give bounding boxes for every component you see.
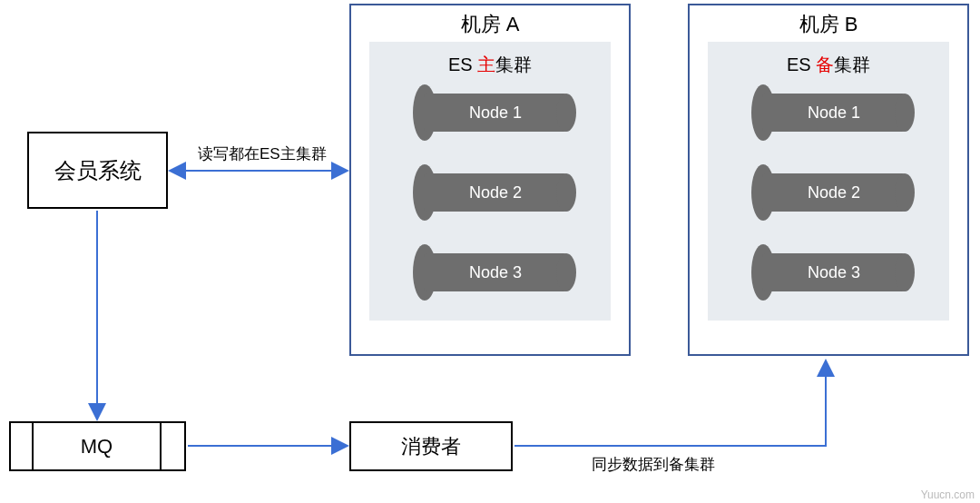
mq-segment-right [162, 423, 184, 469]
cluster-b-node: Node 2 [751, 164, 906, 221]
cluster-b-prefix: ES [787, 54, 816, 74]
label-read-write: 读写都在ES主集群 [198, 143, 327, 164]
cylinder-cap-icon [895, 173, 915, 212]
cluster-b-node: Node 1 [751, 84, 906, 141]
cluster-a-accent: 主 [477, 54, 495, 74]
cluster-a-prefix: ES [448, 54, 477, 74]
cylinder-cap-icon [556, 253, 576, 291]
cylinder-cap-icon [895, 253, 915, 291]
member-system-box: 会员系统 [27, 132, 168, 209]
cluster-b-node-label: Node 1 [762, 94, 906, 132]
arrow-consumer-to-cluster-b [514, 360, 826, 446]
cylinder-cap-icon [895, 94, 915, 132]
datacenter-a-title: 机房 A [351, 5, 629, 42]
cluster-b-title: ES 备集群 [719, 49, 938, 84]
cylinder-cap-icon [556, 94, 576, 132]
cluster-a-node: Node 3 [413, 244, 567, 301]
datacenter-b-title: 机房 B [690, 5, 967, 42]
cluster-a-node: Node 1 [413, 84, 567, 141]
watermark: Yuucn.com [921, 488, 975, 501]
cluster-a-suffix: 集群 [495, 54, 532, 74]
cluster-b-accent: 备 [816, 54, 834, 74]
cluster-a: ES 主集群 Node 1 Node 2 Node 3 [369, 42, 611, 321]
mq-label: MQ [34, 423, 162, 469]
consumer-label: 消费者 [401, 433, 461, 460]
cluster-b: ES 备集群 Node 1 Node 2 Node 3 [708, 42, 949, 321]
cluster-a-node-label: Node 3 [424, 253, 567, 291]
cluster-a-title: ES 主集群 [380, 49, 600, 84]
cluster-a-node-label: Node 2 [424, 173, 567, 212]
datacenter-a-box: 机房 A ES 主集群 Node 1 Node 2 Node 3 [349, 4, 631, 356]
cluster-b-node: Node 3 [751, 244, 906, 301]
cluster-b-node-label: Node 2 [762, 173, 906, 212]
member-system-label: 会员系统 [54, 156, 142, 185]
cluster-a-node: Node 2 [413, 164, 567, 221]
label-sync: 同步数据到备集群 [592, 454, 715, 475]
mq-segment-left [11, 423, 34, 469]
cluster-a-node-label: Node 1 [424, 94, 567, 132]
consumer-box: 消费者 [349, 421, 513, 471]
cluster-b-node-label: Node 3 [762, 253, 906, 291]
cylinder-cap-icon [556, 173, 576, 212]
datacenter-b-box: 机房 B ES 备集群 Node 1 Node 2 Node 3 [688, 4, 969, 356]
mq-box: MQ [9, 421, 186, 471]
cluster-b-suffix: 集群 [834, 54, 870, 74]
